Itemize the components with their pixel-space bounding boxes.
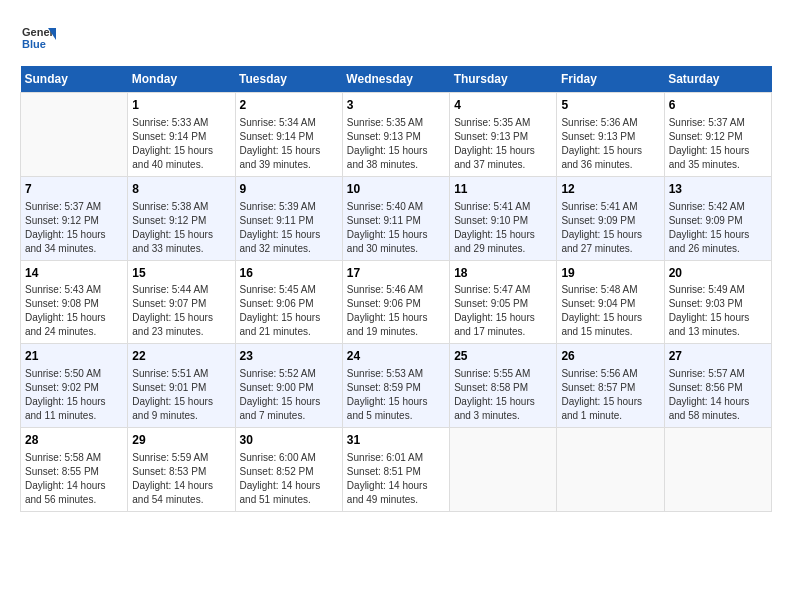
header-cell-tuesday: Tuesday [235,66,342,93]
cell-content: Sunrise: 5:50 AMSunset: 9:02 PMDaylight:… [25,367,123,423]
cell-content: Sunrise: 5:53 AMSunset: 8:59 PMDaylight:… [347,367,445,423]
cell-content: Sunrise: 5:43 AMSunset: 9:08 PMDaylight:… [25,283,123,339]
cell-content: Sunrise: 5:37 AMSunset: 9:12 PMDaylight:… [25,200,123,256]
cell-content: Sunrise: 5:57 AMSunset: 8:56 PMDaylight:… [669,367,767,423]
day-number: 30 [240,432,338,449]
day-number: 13 [669,181,767,198]
week-row-2: 7Sunrise: 5:37 AMSunset: 9:12 PMDaylight… [21,176,772,260]
day-number: 14 [25,265,123,282]
calendar-cell [557,428,664,512]
calendar-cell: 1Sunrise: 5:33 AMSunset: 9:14 PMDaylight… [128,93,235,177]
day-number: 25 [454,348,552,365]
day-number: 11 [454,181,552,198]
calendar-cell: 29Sunrise: 5:59 AMSunset: 8:53 PMDayligh… [128,428,235,512]
cell-content: Sunrise: 5:55 AMSunset: 8:58 PMDaylight:… [454,367,552,423]
calendar-cell [664,428,771,512]
page-header: General Blue [20,20,772,56]
week-row-4: 21Sunrise: 5:50 AMSunset: 9:02 PMDayligh… [21,344,772,428]
calendar-cell: 24Sunrise: 5:53 AMSunset: 8:59 PMDayligh… [342,344,449,428]
calendar-cell: 12Sunrise: 5:41 AMSunset: 9:09 PMDayligh… [557,176,664,260]
day-number: 4 [454,97,552,114]
week-row-5: 28Sunrise: 5:58 AMSunset: 8:55 PMDayligh… [21,428,772,512]
calendar-cell: 28Sunrise: 5:58 AMSunset: 8:55 PMDayligh… [21,428,128,512]
cell-content: Sunrise: 5:51 AMSunset: 9:01 PMDaylight:… [132,367,230,423]
calendar-cell: 23Sunrise: 5:52 AMSunset: 9:00 PMDayligh… [235,344,342,428]
calendar-table: SundayMondayTuesdayWednesdayThursdayFrid… [20,66,772,512]
day-number: 9 [240,181,338,198]
calendar-cell: 5Sunrise: 5:36 AMSunset: 9:13 PMDaylight… [557,93,664,177]
day-number: 16 [240,265,338,282]
cell-content: Sunrise: 5:33 AMSunset: 9:14 PMDaylight:… [132,116,230,172]
day-number: 15 [132,265,230,282]
cell-content: Sunrise: 5:45 AMSunset: 9:06 PMDaylight:… [240,283,338,339]
cell-content: Sunrise: 5:48 AMSunset: 9:04 PMDaylight:… [561,283,659,339]
day-number: 17 [347,265,445,282]
calendar-cell: 17Sunrise: 5:46 AMSunset: 9:06 PMDayligh… [342,260,449,344]
day-number: 31 [347,432,445,449]
cell-content: Sunrise: 5:41 AMSunset: 9:09 PMDaylight:… [561,200,659,256]
calendar-cell: 25Sunrise: 5:55 AMSunset: 8:58 PMDayligh… [450,344,557,428]
week-row-3: 14Sunrise: 5:43 AMSunset: 9:08 PMDayligh… [21,260,772,344]
header-cell-thursday: Thursday [450,66,557,93]
header-cell-sunday: Sunday [21,66,128,93]
calendar-cell: 22Sunrise: 5:51 AMSunset: 9:01 PMDayligh… [128,344,235,428]
cell-content: Sunrise: 5:40 AMSunset: 9:11 PMDaylight:… [347,200,445,256]
cell-content: Sunrise: 5:46 AMSunset: 9:06 PMDaylight:… [347,283,445,339]
cell-content: Sunrise: 5:49 AMSunset: 9:03 PMDaylight:… [669,283,767,339]
calendar-cell: 8Sunrise: 5:38 AMSunset: 9:12 PMDaylight… [128,176,235,260]
day-number: 22 [132,348,230,365]
day-number: 18 [454,265,552,282]
cell-content: Sunrise: 5:44 AMSunset: 9:07 PMDaylight:… [132,283,230,339]
cell-content: Sunrise: 5:52 AMSunset: 9:00 PMDaylight:… [240,367,338,423]
day-number: 5 [561,97,659,114]
calendar-cell: 10Sunrise: 5:40 AMSunset: 9:11 PMDayligh… [342,176,449,260]
cell-content: Sunrise: 5:34 AMSunset: 9:14 PMDaylight:… [240,116,338,172]
cell-content: Sunrise: 5:41 AMSunset: 9:10 PMDaylight:… [454,200,552,256]
cell-content: Sunrise: 5:35 AMSunset: 9:13 PMDaylight:… [454,116,552,172]
cell-content: Sunrise: 6:00 AMSunset: 8:52 PMDaylight:… [240,451,338,507]
day-number: 8 [132,181,230,198]
calendar-cell: 9Sunrise: 5:39 AMSunset: 9:11 PMDaylight… [235,176,342,260]
day-number: 1 [132,97,230,114]
calendar-cell: 14Sunrise: 5:43 AMSunset: 9:08 PMDayligh… [21,260,128,344]
day-number: 12 [561,181,659,198]
cell-content: Sunrise: 5:42 AMSunset: 9:09 PMDaylight:… [669,200,767,256]
cell-content: Sunrise: 5:56 AMSunset: 8:57 PMDaylight:… [561,367,659,423]
cell-content: Sunrise: 5:35 AMSunset: 9:13 PMDaylight:… [347,116,445,172]
day-number: 20 [669,265,767,282]
calendar-cell [450,428,557,512]
cell-content: Sunrise: 6:01 AMSunset: 8:51 PMDaylight:… [347,451,445,507]
calendar-body: 1Sunrise: 5:33 AMSunset: 9:14 PMDaylight… [21,93,772,512]
day-number: 19 [561,265,659,282]
day-number: 2 [240,97,338,114]
day-number: 7 [25,181,123,198]
day-number: 23 [240,348,338,365]
calendar-cell: 20Sunrise: 5:49 AMSunset: 9:03 PMDayligh… [664,260,771,344]
header-row: SundayMondayTuesdayWednesdayThursdayFrid… [21,66,772,93]
cell-content: Sunrise: 5:59 AMSunset: 8:53 PMDaylight:… [132,451,230,507]
calendar-cell [21,93,128,177]
calendar-cell: 2Sunrise: 5:34 AMSunset: 9:14 PMDaylight… [235,93,342,177]
calendar-cell: 27Sunrise: 5:57 AMSunset: 8:56 PMDayligh… [664,344,771,428]
day-number: 28 [25,432,123,449]
day-number: 29 [132,432,230,449]
calendar-cell: 19Sunrise: 5:48 AMSunset: 9:04 PMDayligh… [557,260,664,344]
calendar-cell: 11Sunrise: 5:41 AMSunset: 9:10 PMDayligh… [450,176,557,260]
calendar-header: SundayMondayTuesdayWednesdayThursdayFrid… [21,66,772,93]
calendar-cell: 18Sunrise: 5:47 AMSunset: 9:05 PMDayligh… [450,260,557,344]
calendar-cell: 7Sunrise: 5:37 AMSunset: 9:12 PMDaylight… [21,176,128,260]
header-cell-wednesday: Wednesday [342,66,449,93]
calendar-cell: 30Sunrise: 6:00 AMSunset: 8:52 PMDayligh… [235,428,342,512]
day-number: 10 [347,181,445,198]
day-number: 26 [561,348,659,365]
cell-content: Sunrise: 5:58 AMSunset: 8:55 PMDaylight:… [25,451,123,507]
day-number: 21 [25,348,123,365]
calendar-cell: 26Sunrise: 5:56 AMSunset: 8:57 PMDayligh… [557,344,664,428]
calendar-cell: 16Sunrise: 5:45 AMSunset: 9:06 PMDayligh… [235,260,342,344]
svg-text:Blue: Blue [22,38,46,50]
logo-icon: General Blue [20,20,56,56]
cell-content: Sunrise: 5:47 AMSunset: 9:05 PMDaylight:… [454,283,552,339]
header-cell-saturday: Saturday [664,66,771,93]
header-cell-friday: Friday [557,66,664,93]
day-number: 6 [669,97,767,114]
